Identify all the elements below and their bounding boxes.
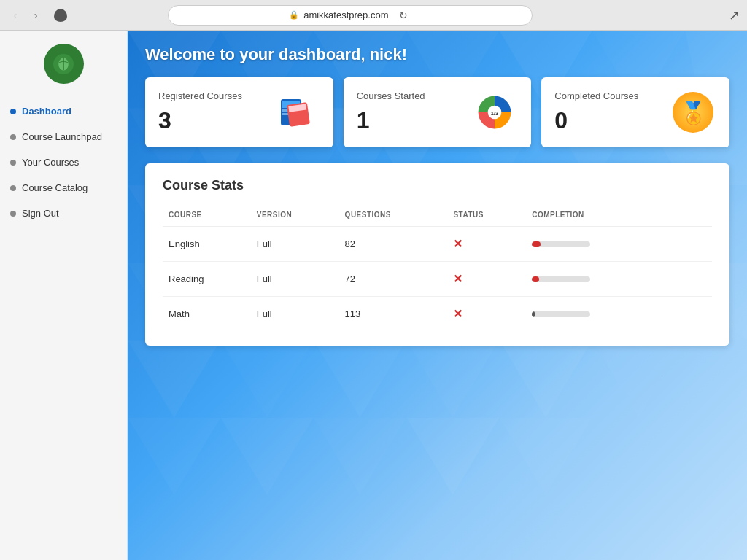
app-wrapper: Dashboard Course Launchpad Your Courses … bbox=[0, 31, 747, 560]
course-stats-title: Course Stats bbox=[163, 178, 712, 193]
completed-courses-label: Completed Courses bbox=[554, 90, 670, 101]
sidebar-nav: Dashboard Course Launchpad Your Courses … bbox=[0, 98, 127, 226]
nav-indicator bbox=[10, 160, 16, 166]
logo-icon bbox=[52, 52, 75, 76]
col-course: COURSE bbox=[163, 206, 251, 227]
version-english: Full bbox=[251, 227, 339, 262]
header-row: COURSE VERSION QUESTIONS STATUS COMPLETI… bbox=[163, 206, 712, 227]
stats-row: Registered Courses 3 bbox=[145, 77, 729, 147]
sidebar: Dashboard Course Launchpad Your Courses … bbox=[0, 31, 128, 560]
col-status: STATUS bbox=[447, 206, 526, 227]
status-reading: ✕ bbox=[447, 262, 526, 297]
main-content: Welcome to your dashboard, nick! Registe… bbox=[128, 31, 747, 560]
completed-courses-card: Completed Courses 0 🏅 bbox=[541, 77, 729, 147]
medal-icon: 🏅 bbox=[673, 92, 713, 133]
completion-math bbox=[526, 297, 712, 332]
registered-courses-info: Registered Courses 3 bbox=[158, 90, 274, 134]
table-row: Reading Full 72 ✕ bbox=[163, 262, 712, 297]
bar-bg bbox=[532, 276, 590, 282]
completion-bar-reading bbox=[532, 276, 706, 282]
browser-chrome: ‹ › 🔒 amikkatestprep.com ↻ ↗ bbox=[0, 0, 747, 31]
table-row: English Full 82 ✕ bbox=[163, 227, 712, 262]
sidebar-label-signout: Sign Out bbox=[22, 208, 59, 219]
completion-bar-english bbox=[532, 241, 706, 247]
version-math: Full bbox=[251, 297, 339, 332]
nav-indicator bbox=[10, 211, 16, 217]
courses-started-info: Courses Started 1 bbox=[357, 90, 472, 134]
table-header: COURSE VERSION QUESTIONS STATUS COMPLETI… bbox=[163, 206, 712, 227]
svg-text:1/3: 1/3 bbox=[491, 110, 498, 117]
questions-english: 82 bbox=[339, 227, 448, 262]
status-math: ✕ bbox=[447, 297, 526, 332]
completion-english bbox=[526, 227, 712, 262]
courses-started-label: Courses Started bbox=[357, 90, 472, 101]
table-row: Math Full 113 ✕ bbox=[163, 297, 712, 332]
course-name-english: English bbox=[163, 227, 251, 262]
dashboard-content: Welcome to your dashboard, nick! Registe… bbox=[128, 31, 747, 560]
bar-fill bbox=[532, 311, 535, 317]
courses-started-value: 1 bbox=[357, 107, 472, 134]
refresh-button[interactable]: ↻ bbox=[395, 7, 411, 23]
status-english: ✕ bbox=[447, 227, 526, 262]
sidebar-item-courses[interactable]: Your Courses bbox=[0, 149, 127, 175]
browser-controls: ‹ › bbox=[7, 7, 44, 23]
col-completion: COMPLETION bbox=[526, 206, 712, 227]
courses-started-icon: 1/3 bbox=[471, 89, 518, 136]
bar-fill bbox=[532, 276, 539, 282]
completed-courses-info: Completed Courses 0 bbox=[554, 90, 670, 134]
sidebar-item-dashboard[interactable]: Dashboard bbox=[0, 98, 127, 124]
active-indicator bbox=[10, 109, 16, 114]
sidebar-label-launchpad: Course Launchpad bbox=[22, 131, 102, 142]
welcome-title: Welcome to your dashboard, nick! bbox=[145, 45, 729, 64]
address-bar[interactable]: 🔒 amikkatestprep.com ↻ bbox=[168, 5, 533, 26]
sidebar-item-signout[interactable]: Sign Out bbox=[0, 201, 127, 226]
status-x-icon: ✕ bbox=[453, 273, 462, 285]
registered-courses-card: Registered Courses 3 bbox=[145, 77, 333, 147]
course-stats-card: Course Stats COURSE VERSION QUESTIONS ST… bbox=[145, 163, 729, 346]
bar-bg bbox=[532, 241, 590, 247]
courses-started-card: Courses Started 1 bbox=[344, 77, 532, 147]
completed-courses-value: 0 bbox=[554, 107, 670, 134]
nav-indicator bbox=[10, 185, 16, 191]
status-x-icon: ✕ bbox=[453, 308, 462, 320]
forward-button[interactable]: › bbox=[28, 7, 44, 23]
sidebar-item-launchpad[interactable]: Course Launchpad bbox=[0, 124, 127, 149]
col-version: VERSION bbox=[251, 206, 339, 227]
course-name-math: Math bbox=[163, 297, 251, 332]
completion-bar-math bbox=[532, 311, 706, 317]
registered-courses-icon bbox=[274, 89, 320, 136]
course-name-reading: Reading bbox=[163, 262, 251, 297]
bar-bg bbox=[532, 311, 590, 317]
sidebar-label-dashboard: Dashboard bbox=[22, 106, 71, 117]
back-button[interactable]: ‹ bbox=[7, 7, 23, 23]
table-body: English Full 82 ✕ bbox=[163, 227, 712, 332]
col-questions: QUESTIONS bbox=[339, 206, 448, 227]
nav-indicator bbox=[10, 134, 16, 140]
registered-courses-value: 3 bbox=[158, 107, 274, 134]
status-x-icon: ✕ bbox=[453, 238, 462, 250]
registered-courses-label: Registered Courses bbox=[158, 90, 274, 101]
sidebar-label-courses: Your Courses bbox=[22, 157, 79, 168]
app-logo[interactable] bbox=[44, 44, 84, 84]
share-button[interactable]: ↗ bbox=[729, 7, 740, 23]
version-reading: Full bbox=[251, 262, 339, 297]
pie-chart-svg: 1/3 bbox=[474, 92, 515, 133]
bar-fill bbox=[532, 241, 541, 247]
lock-icon: 🔒 bbox=[289, 10, 299, 20]
sidebar-label-catalog: Course Catalog bbox=[22, 182, 88, 193]
sidebar-item-catalog[interactable]: Course Catalog bbox=[0, 175, 127, 201]
passport-svg-icon bbox=[275, 90, 319, 134]
completed-courses-icon: 🏅 bbox=[670, 89, 716, 136]
url-text: amikkatestprep.com bbox=[303, 9, 388, 20]
questions-math: 113 bbox=[339, 297, 448, 332]
questions-reading: 72 bbox=[339, 262, 448, 297]
shield-icon bbox=[54, 9, 67, 22]
completion-reading bbox=[526, 262, 712, 297]
course-stats-table: COURSE VERSION QUESTIONS STATUS COMPLETI… bbox=[163, 206, 712, 331]
